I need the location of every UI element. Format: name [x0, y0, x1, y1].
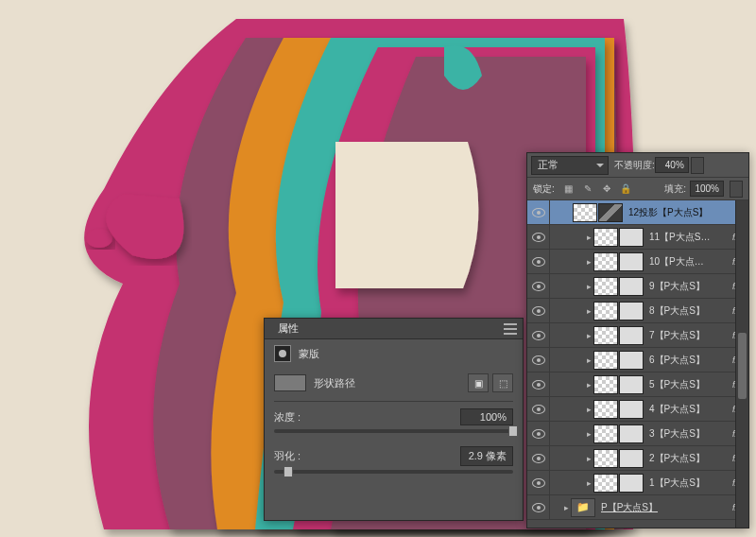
mask-thumbnail[interactable] — [619, 252, 644, 271]
layer-name[interactable]: 1【P大点S】 — [649, 476, 732, 490]
chevron-right-icon[interactable]: ▸ — [584, 454, 593, 463]
mask-thumbnail[interactable] — [619, 228, 644, 247]
separator — [274, 401, 513, 402]
visibility-toggle[interactable] — [527, 446, 550, 470]
chevron-right-icon[interactable]: ▸ — [584, 478, 593, 488]
chevron-right-icon[interactable]: ▸ — [584, 405, 593, 414]
density-value[interactable]: 100% — [460, 408, 513, 425]
chevron-right-icon[interactable]: ▸ — [584, 331, 593, 340]
fill-dropdown-icon[interactable] — [730, 181, 743, 198]
chevron-right-icon[interactable]: ▸ — [584, 380, 593, 390]
visibility-toggle[interactable] — [527, 200, 550, 224]
opacity-value[interactable]: 40% — [655, 157, 689, 173]
group-name[interactable]: P【P大点S】 — [601, 501, 732, 514]
chevron-right-icon[interactable]: ▸ — [584, 429, 593, 439]
layer-row[interactable]: ▸10【P大点…fx▾ — [527, 250, 748, 274]
layer-name[interactable]: 7【P大点S】 — [649, 329, 732, 342]
chevron-right-icon[interactable]: ▸ — [584, 355, 593, 365]
mask-thumbnail[interactable] — [619, 424, 644, 443]
lock-all-icon[interactable]: 🔒 — [619, 182, 632, 196]
visibility-toggle[interactable] — [527, 323, 550, 347]
density-slider[interactable] — [274, 429, 513, 433]
scrollbar-thumb[interactable] — [738, 333, 747, 399]
group-row[interactable]: ▸ 📁 P【P大点S】 fx ▾ — [527, 495, 748, 520]
layer-name[interactable]: 8【P大点S】 — [649, 304, 732, 318]
layer-name[interactable]: 12投影【P大点S】 — [628, 206, 748, 219]
chevron-right-icon[interactable]: ▸ — [561, 503, 571, 512]
layer-row[interactable]: ▸9【P大点S】fx▾ — [527, 274, 748, 299]
layers-scrollbar[interactable] — [735, 200, 748, 528]
layer-name[interactable]: 10【P大点… — [649, 255, 732, 268]
layer-row[interactable]: ▸6【P大点S】fx▾ — [527, 348, 748, 372]
mask-thumbnail[interactable] — [619, 449, 644, 468]
layer-row[interactable]: ▸4【P大点S】fx▾ — [527, 397, 748, 422]
layer-row[interactable]: ▸3【P大点S】fx▾ — [527, 422, 748, 446]
visibility-toggle[interactable] — [527, 299, 550, 322]
visibility-toggle[interactable] — [527, 348, 550, 372]
properties-tab[interactable]: 属性 — [270, 319, 306, 338]
mask-thumbnail[interactable] — [619, 474, 644, 493]
layer-thumbnail[interactable] — [593, 351, 618, 370]
lock-trans-icon[interactable]: ▦ — [562, 182, 576, 196]
layer-name[interactable]: 3【P大点S】 — [649, 427, 732, 441]
layer-thumbnail[interactable] — [593, 326, 618, 345]
blend-mode-select[interactable]: 正常 — [531, 156, 609, 175]
feather-value[interactable]: 2.9 像素 — [460, 446, 513, 466]
layer-thumbnail[interactable] — [593, 277, 618, 296]
layer-row[interactable]: ▸2【P大点S】fx▾ — [527, 446, 748, 471]
layer-thumbnail[interactable] — [593, 252, 618, 271]
lock-position-icon[interactable]: ✥ — [600, 182, 613, 196]
visibility-toggle[interactable] — [527, 422, 550, 445]
mask-thumbnail[interactable] — [619, 277, 644, 296]
shape-path-swatch[interactable] — [274, 374, 306, 391]
panel-menu-icon[interactable] — [504, 323, 517, 335]
visibility-toggle[interactable] — [527, 397, 550, 421]
layer-name[interactable]: 2【P大点S】 — [649, 452, 732, 465]
layer-name[interactable]: 9【P大点S】 — [649, 280, 732, 293]
visibility-toggle[interactable] — [527, 471, 550, 494]
layer-name[interactable]: 4【P大点S】 — [649, 403, 732, 416]
layer-row[interactable]: ▸5【P大点S】fx▾ — [527, 372, 748, 397]
layer-thumbnail[interactable] — [593, 449, 618, 468]
chevron-right-icon[interactable]: ▸ — [584, 282, 593, 291]
layer-thumbnail[interactable] — [593, 474, 618, 493]
layer-row[interactable]: ▸1【P大点S】fx▾ — [527, 471, 748, 495]
eye-icon — [532, 282, 545, 291]
chevron-right-icon[interactable]: ▸ — [584, 306, 593, 316]
visibility-toggle[interactable] — [527, 250, 550, 273]
layer-name[interactable]: 5【P大点S】 — [649, 378, 732, 391]
layer-thumbnail[interactable] — [593, 400, 618, 419]
fill-value[interactable]: 100% — [690, 181, 724, 197]
mask-thumbnail[interactable] — [598, 203, 623, 222]
layer-row[interactable]: ▸7【P大点S】fx▾ — [527, 323, 748, 348]
layer-thumbnail[interactable] — [573, 203, 597, 222]
eye-icon — [532, 405, 545, 414]
chevron-right-icon[interactable]: ▸ — [584, 257, 593, 267]
path-select-icon[interactable]: ⬚ — [492, 373, 513, 392]
chevron-right-icon[interactable]: ▸ — [584, 233, 593, 242]
path-edit-icon[interactable]: ▣ — [468, 373, 489, 392]
lock-pixels-icon[interactable]: ✎ — [581, 182, 594, 196]
mask-thumbnail[interactable] — [619, 400, 644, 419]
layer-thumbnail[interactable] — [593, 424, 618, 443]
layer-thumbnail[interactable] — [593, 228, 618, 247]
layer-thumbnail[interactable] — [593, 375, 618, 394]
mask-thumbnail[interactable] — [619, 375, 644, 394]
opacity-dropdown-icon[interactable] — [691, 157, 704, 174]
eye-icon — [532, 355, 545, 365]
layer-row[interactable]: ▸11【P大点S…fx▾ — [527, 225, 748, 250]
visibility-toggle[interactable] — [527, 495, 550, 519]
layer-row[interactable]: 12投影【P大点S】 — [527, 200, 748, 225]
mask-thumbnail[interactable] — [619, 326, 644, 345]
layer-thumbnail[interactable] — [593, 302, 618, 320]
mask-thumbnail[interactable] — [619, 302, 644, 320]
mask-thumbnail[interactable] — [619, 351, 644, 370]
layer-name[interactable]: 6【P大点S】 — [649, 354, 732, 367]
layer-name[interactable]: 11【P大点S… — [649, 231, 732, 244]
feather-slider[interactable] — [274, 470, 513, 474]
visibility-toggle[interactable] — [527, 225, 550, 249]
layers-blend-row: 正常 不透明度: 40% — [527, 153, 748, 178]
visibility-toggle[interactable] — [527, 274, 550, 298]
layer-row[interactable]: ▸8【P大点S】fx▾ — [527, 299, 748, 323]
visibility-toggle[interactable] — [527, 372, 550, 396]
